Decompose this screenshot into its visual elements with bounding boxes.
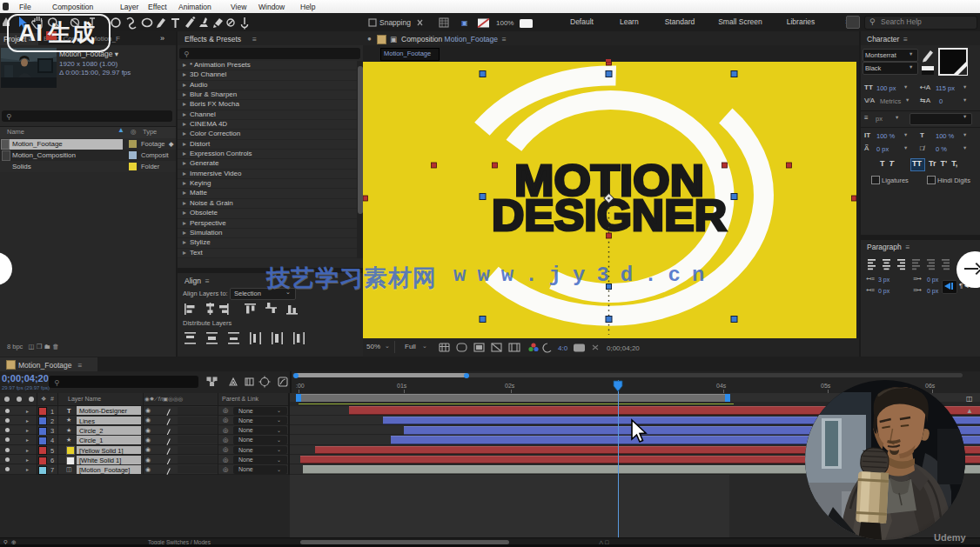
svg-text:▣: ▣: [461, 19, 468, 27]
svg-text:100%: 100%: [496, 19, 513, 27]
svg-text:Snapping: Snapping: [379, 18, 411, 27]
svg-text:4:0: 4:0: [558, 344, 568, 352]
svg-text:0;00;04;20: 0;00;04;20: [607, 344, 640, 352]
